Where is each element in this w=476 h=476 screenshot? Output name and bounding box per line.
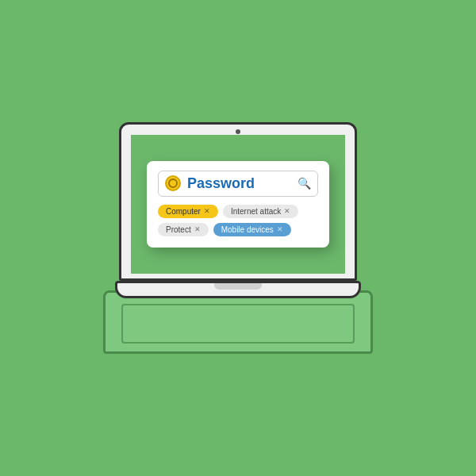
tag-computer[interactable]: Computer ✕ (158, 205, 218, 218)
tag-mobile-devices-close[interactable]: ✕ (277, 225, 283, 233)
tag-internet-attack-close[interactable]: ✕ (284, 207, 290, 215)
laptop-lid: Password 🔍 Computer ✕ Internet attack ✕ … (119, 122, 357, 281)
scene: Password 🔍 Computer ✕ Internet attack ✕ … (103, 122, 373, 354)
search-card: Password 🔍 Computer ✕ Internet attack ✕ … (147, 161, 329, 248)
tag-protect-label: Protect (166, 225, 191, 234)
tag-mobile-devices[interactable]: Mobile devices ✕ (213, 223, 291, 236)
desk (103, 290, 373, 354)
laptop-base (115, 281, 361, 298)
tag-mobile-devices-label: Mobile devices (221, 225, 274, 234)
tag-protect[interactable]: Protect ✕ (158, 223, 209, 236)
brand-icon (165, 175, 181, 191)
search-bar[interactable]: Password 🔍 (158, 171, 318, 197)
search-title: Password (187, 175, 298, 192)
magnifier-icon[interactable]: 🔍 (298, 177, 311, 190)
tag-computer-close[interactable]: ✕ (204, 207, 210, 215)
tag-internet-attack[interactable]: Internet attack ✕ (223, 205, 298, 218)
laptop-screen: Password 🔍 Computer ✕ Internet attack ✕ … (131, 135, 345, 274)
tag-internet-attack-label: Internet attack (231, 207, 281, 216)
tags-container: Computer ✕ Internet attack ✕ Protect ✕ M… (158, 205, 318, 236)
tag-protect-close[interactable]: ✕ (194, 225, 201, 233)
tag-computer-label: Computer (166, 207, 201, 216)
